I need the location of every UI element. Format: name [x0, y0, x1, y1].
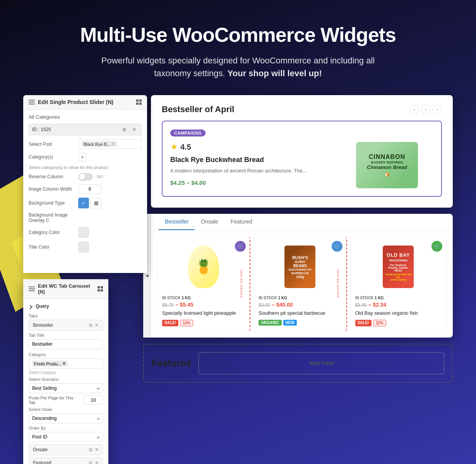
bg-type-image-btn[interactable]: ▤: [91, 198, 101, 208]
scenario-select[interactable]: Best Selling: [29, 383, 103, 393]
ps-next2-btn[interactable]: ○: [433, 105, 442, 114]
reverse-column-label: Reverse Column: [29, 174, 75, 179]
add-item-text: ADD ITEM: [309, 360, 334, 366]
old-price-3: $3.45: [355, 302, 367, 308]
title-swatch[interactable]: [78, 242, 89, 252]
tab-item-onsale[interactable]: Onsale ⧉ ✕: [29, 444, 103, 455]
pct-badge-1: 13%: [180, 320, 193, 326]
tab-title-label: Tab Title: [29, 333, 103, 338]
price-row-3: $3.45 – $2.34: [355, 302, 442, 310]
stock-badge-1: IN STOCK 1 KG: [162, 296, 245, 300]
tab-item-bestseller[interactable]: Bestseller ⧉ ✕: [29, 320, 103, 331]
card-name-2: Southern pit special barbecue: [259, 310, 341, 317]
tcp-category-select[interactable]: Fresh Produ... ✕: [29, 358, 103, 369]
cart-btn-3[interactable]: 🛒: [431, 241, 442, 252]
tcp-cat-close[interactable]: ✕: [62, 361, 66, 366]
select-post-row: Select Post Black Rye B... ✕: [29, 139, 142, 149]
panel-title: Edit Single Product Slider (N): [38, 99, 113, 105]
ps-title: Bestseller of April: [162, 104, 234, 114]
right-column: Bestseller of April ○ ○ ○ CAMPAIGNS: [143, 95, 453, 464]
tab-item-featured[interactable]: Featured ⧉ ✕: [29, 457, 103, 464]
category-label: Category(s): [29, 154, 75, 160]
bestseller-close-icon[interactable]: ✕: [95, 322, 99, 328]
scenario-chevron: [97, 387, 100, 390]
old-price-1: $5.75: [162, 302, 174, 308]
id-row: ID : 1525 ⧉ ✕: [29, 124, 142, 135]
badges-2: ORGANIC NEW: [259, 320, 341, 326]
grid-icon: [136, 99, 142, 105]
tab-bestseller[interactable]: Bestseller: [159, 214, 195, 230]
tcp-category-help: Select Category: [29, 370, 103, 375]
tab-featured[interactable]: Featured: [224, 214, 259, 230]
ps-next-btn[interactable]: ○: [421, 105, 430, 114]
hamburger-icon: [29, 100, 35, 104]
toggle-row: NO: [78, 173, 103, 181]
title-color-swatches: [78, 242, 89, 252]
ps-prev-btn[interactable]: ○: [409, 105, 419, 114]
id-box: ID : 1525 ⧉ ✕: [29, 124, 142, 135]
add-category-btn[interactable]: +: [78, 153, 87, 161]
query-collapse-icon: [28, 305, 32, 309]
side-label-1: SEE EN CROSS: [240, 270, 243, 298]
tcp-grid-icon: [98, 286, 103, 292]
panel-header: Edit Single Product Slider (N): [23, 95, 147, 109]
featured-close-icon[interactable]: ✕: [95, 460, 99, 464]
add-item-area[interactable]: ADD ITEM: [199, 352, 444, 374]
sale-badge-3: SALE!: [355, 320, 372, 326]
bg-type-row: Background Type ✓ ▤: [29, 198, 142, 208]
order-chevron: [97, 417, 100, 420]
select-post-box[interactable]: Black Rye B... ✕: [78, 139, 142, 149]
query-section: Query: [29, 304, 103, 309]
beans-image: BUSH'S Grillin' BEANS SOUTHERN PITBARBEC…: [284, 246, 315, 288]
cart-btn-2[interactable]: 🛒: [332, 241, 342, 252]
copy-btn[interactable]: ⧉: [120, 126, 128, 133]
order-select[interactable]: Descending: [29, 413, 103, 423]
tcp-category-label: Category: [29, 352, 103, 357]
query-title: Query: [29, 304, 103, 309]
featured-copy-icon[interactable]: ⧉: [89, 460, 92, 464]
featured-bottom-section: Featured: [152, 358, 191, 368]
product-img-2: BUSH'S Grillin' BEANS SOUTHERN PITBARBEC…: [259, 242, 341, 292]
card-price-2: – $40.00: [272, 302, 293, 308]
card-name-3: Old Bay season organic fish: [355, 310, 442, 317]
category-color-swatches: [78, 227, 89, 238]
header-section: Multi-Use WooCommerce Widgets Powerful w…: [0, 0, 476, 95]
bg-type-label: Background Type: [29, 200, 75, 206]
pct-badge-3: 32%: [373, 320, 386, 326]
product-image: CINNABON BAKERY INSPIRED Cinnamon Bread …: [356, 142, 418, 188]
order-by-label: Order By: [29, 426, 103, 430]
posts-per-page-input[interactable]: [84, 396, 103, 405]
onsale-close-icon[interactable]: ✕: [95, 447, 99, 452]
sale-badge-1: SALE!: [162, 320, 178, 326]
image-column-input[interactable]: [78, 184, 101, 194]
tcp-hamburger-icon: [29, 287, 35, 291]
tcp-panel-title: Edit WC Tab Carousel (N): [38, 283, 98, 295]
tab-title-input[interactable]: [29, 339, 103, 349]
reverse-column-toggle[interactable]: [78, 173, 93, 181]
title-color-row: Title Color: [29, 242, 142, 252]
close-btn[interactable]: ✕: [130, 126, 138, 133]
order-by-select[interactable]: Post ID: [29, 432, 103, 442]
color-swatch-1[interactable]: [78, 227, 89, 238]
organic-badge: ORGANIC: [259, 320, 281, 326]
campaign-badge: CAMPAIGNS: [170, 130, 205, 136]
bestseller-copy-icon[interactable]: ⧉: [89, 322, 92, 328]
bg-type-buttons: ✓ ▤: [78, 198, 101, 208]
tab-onsale[interactable]: Onsale: [195, 214, 224, 230]
tag-close[interactable]: ✕: [111, 142, 115, 147]
product-img-3: OLD BAY SEASONING For Seafood,Poultry, S…: [355, 242, 442, 292]
select-post-label: Select Post: [29, 142, 75, 147]
product-card-3: 🛒 OLD BAY SEASONING For Seafood,Poultry,…: [350, 237, 447, 331]
product-price: $4.25 – $4.00: [170, 179, 348, 186]
section-label: All Categories: [29, 114, 142, 120]
product-img-1: 🍍: [162, 242, 245, 292]
tcp-body: Query Tabs Bestseller ⧉ ✕: [23, 299, 108, 464]
tcp-editor-header: Edit WC Tab Carousel (N): [23, 279, 108, 299]
onsale-copy-icon[interactable]: ⧉: [89, 447, 92, 452]
toggle-off-label: NO: [97, 174, 103, 179]
header-subtitle: Powerful widgets specially designed for …: [83, 54, 393, 80]
bg-type-color-btn[interactable]: ✓: [78, 198, 89, 208]
tabs-section: Tabs Bestseller ⧉ ✕ Tab Title: [29, 314, 103, 464]
tcp-category-tag: Fresh Produ... ✕: [32, 361, 68, 367]
main-layout: Edit Single Product Slider (N) All Categ…: [0, 95, 476, 464]
